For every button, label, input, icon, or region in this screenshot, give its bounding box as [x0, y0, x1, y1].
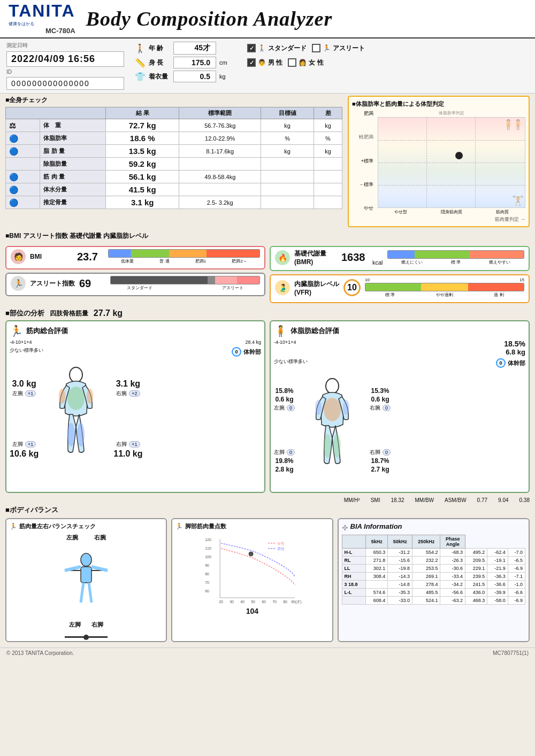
bia-d250: -36.3 — [487, 573, 508, 581]
row-diff: kg — [314, 145, 342, 158]
row-diff — [314, 183, 342, 196]
leg-score-svg: 120 110 100 90 80 70 60 20 30 40 50 60 7… — [175, 534, 328, 608]
mode-ath-checkbox[interactable] — [312, 44, 320, 52]
bia-title: BIA Information — [350, 522, 402, 530]
fat-left-arm-item: 15.8% 0.6 kg 左腕 0 — [274, 387, 295, 412]
ath-bar-seg3 — [237, 276, 259, 284]
row-icon-cell: 🔵 — [6, 132, 40, 145]
bia-v50: 278.4 — [412, 581, 440, 589]
muscle-icon: 🏃 — [10, 325, 23, 337]
bia-phase: -6.6 — [508, 589, 525, 597]
row-icon-cell — [6, 158, 40, 171]
col-target-header: 目標値 — [261, 107, 314, 119]
height-value: 175.0 — [173, 57, 216, 68]
bmr-row: 🔥 基礎代謝量(BMR) 1638 kcal 燃えにくい 標 準 燃えやすい — [275, 249, 524, 266]
bia-d5: -14.8 — [388, 581, 412, 589]
bia-v250: 229.1 — [465, 565, 487, 573]
muscle-balance-title: 🏃 筋肉量左右バランスチェック — [10, 522, 163, 530]
height-icon: 📏 — [135, 58, 146, 68]
mm-h2-val: 18.32 — [391, 497, 404, 503]
svg-point-0 — [70, 367, 82, 382]
bia-phase: -6.9 — [508, 565, 525, 573]
svg-line-16 — [65, 567, 81, 570]
bia-table-row: RL 271.8 -15.6 232.2 -26.3 209.5 -19.1 -… — [342, 557, 525, 565]
leg-labels: 左脚 右脚 — [69, 621, 103, 629]
bia-d5: -33.0 — [388, 597, 412, 605]
body-diagram — [44, 360, 108, 477]
smi-label: SMI — [371, 497, 380, 503]
fat-left-arm-kg: 0.6 kg — [275, 396, 293, 403]
mode-std-text: スタンダード — [268, 44, 307, 53]
age-value: 45才 — [173, 42, 216, 55]
svg-text:70: 70 — [272, 600, 277, 604]
fat-right-leg-kg: 2.7 kg — [371, 466, 389, 473]
mode-std-checkbox[interactable] — [247, 44, 256, 52]
bia-v5: 608.4 — [366, 597, 388, 605]
torso-fat-pct: 18.5% — [296, 340, 525, 348]
sex-female-icon: 👩 — [299, 59, 307, 66]
row-icon-cell: 🔵 — [6, 171, 40, 183]
bia-v250: 241.5 — [465, 581, 487, 589]
bmr-value: 1638 — [341, 251, 368, 264]
bmi-left: 🧑 BMI 23.7 低体重 普 通 肥満1 肥満2～ — [5, 246, 265, 303]
bmi-row: 🧑 BMI 23.7 低体重 普 通 肥満1 肥満2～ — [11, 249, 260, 264]
model-code: MC7807751(1) — [493, 650, 529, 656]
bia-table-row: RH 308.4 -14.3 269.1 -33.4 239.5 -36.3 -… — [342, 573, 525, 581]
taikei-box: ■体脂肪率と筋肉量による体型判定 肥満 軽肥満 +標準 －標準 やせ 体脂肪率判… — [348, 96, 530, 227]
right-arm-badge: +2 — [129, 390, 140, 397]
row-range — [179, 158, 261, 171]
bia-d5: -14.3 — [388, 573, 412, 581]
bmr-box: 🔥 基礎代謝量(BMR) 1638 kcal 燃えにくい 標 準 燃えやすい — [270, 246, 530, 271]
zenshin-section: ■全身チェック 結 果 標準範囲 目標値 差 ⚖ 体 重 72.7 kg 56.… — [0, 94, 535, 230]
svg-text:100: 100 — [205, 555, 211, 559]
sex-male-text: 男 性 — [268, 58, 282, 67]
fat-left-leg-badge: 0 — [287, 449, 295, 456]
height-row: 📏 身 長 175.0 cm 👨 男 性 👩 女 性 — [135, 57, 529, 68]
vfr-bar-seg1 — [365, 283, 421, 291]
taikei-y4: －標準 — [352, 181, 373, 188]
bia-col-5khz: 5kHz — [366, 535, 388, 549]
date-value: 2022/04/09 16:56 — [6, 51, 124, 67]
svg-point-2 — [59, 389, 65, 404]
bia-table-row: LL 302.1 -19.8 253.5 -30.6 229.1 -21.9 -… — [342, 565, 525, 573]
svg-point-14 — [81, 553, 91, 566]
asm-bw-label: ASM/BW — [445, 497, 467, 503]
bia-col-id — [342, 535, 366, 549]
svg-text:30: 30 — [230, 600, 234, 604]
row-target — [261, 158, 314, 171]
sex-female-checkbox[interactable] — [288, 58, 296, 67]
fat-right-arm-badge: 0 — [383, 405, 391, 411]
table-row: 🔵 体脂肪率 18.6 % 12.0-22.9% % % — [6, 132, 342, 145]
sex-male-checkbox[interactable] — [247, 58, 256, 67]
sex-female-text: 女 性 — [309, 58, 323, 67]
copyright: © 2013 TANITA Corporation. — [6, 650, 74, 656]
svg-point-5 — [77, 423, 85, 446]
torso-muscle-badge: 0 — [232, 347, 241, 357]
fat-left-arm-badge: 0 — [287, 405, 295, 411]
balance-pointer — [83, 635, 89, 640]
bia-v5: 271.8 — [366, 557, 388, 565]
torso-fat-kg: 6.8 kg — [296, 348, 525, 356]
bmi-bar-seg1 — [109, 250, 131, 257]
ath-bar-seg1 — [111, 276, 208, 284]
bia-v5: 302.1 — [366, 565, 388, 573]
bia-row-id: L-L — [342, 589, 366, 597]
table-row: ⚖ 体 重 72.7 kg 56.7-76.3kg kg kg — [6, 119, 342, 132]
ath-icon: 🏃 — [11, 276, 26, 291]
bia-v5 — [366, 581, 388, 589]
balance-icon: 🏃 — [10, 523, 17, 530]
muscle-body-center: 3.0 kg 左腕 +1 左脚 +1 10.6 kg — [10, 360, 261, 477]
bmr-bar-labels: 燃えにくい 標 準 燃えやすい — [387, 259, 524, 265]
leg-score-title: 🏃 脚部筋肉量点数 — [175, 522, 328, 530]
vfr-label: 内臓脂肪レベル(VFR) — [294, 280, 339, 296]
smi-val: 9.04 — [498, 497, 508, 503]
vfr-icon: 🫃 — [275, 280, 290, 295]
ath-row: 🏃 アスリート指数 69 スタンダード アスリート — [11, 276, 260, 291]
svg-text:40: 40 — [240, 600, 244, 604]
svg-point-9 — [343, 400, 349, 415]
bia-d250: -58.0 — [487, 597, 508, 605]
row-result: 56.1 kg — [106, 171, 179, 183]
taikei-y5: やせ — [352, 205, 373, 212]
table-row: 🔵 脂 肪 量 13.5 kg 8.1-17.6kg kg kg — [6, 145, 342, 158]
row-label-cell: 体脂肪率 — [40, 132, 106, 145]
